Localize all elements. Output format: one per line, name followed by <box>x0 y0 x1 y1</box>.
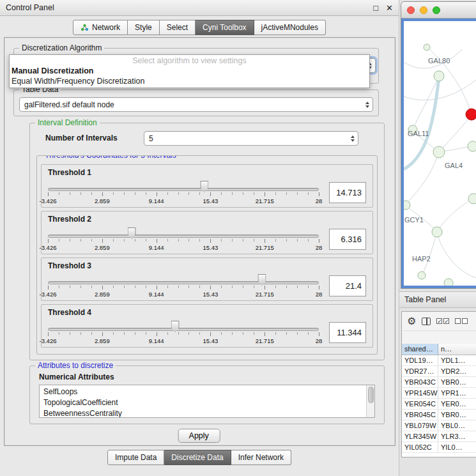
network-nodes[interactable] <box>404 44 476 288</box>
tab-network[interactable]: Network <box>73 20 128 35</box>
number-of-intervals-label: Number of Intervals <box>45 134 118 142</box>
table-row[interactable]: YPR145WYPR1… <box>402 388 476 399</box>
table-panel-title: Table Panel <box>404 295 446 304</box>
table-row[interactable]: YIL052CYIL0… <box>402 442 476 453</box>
highlighted-edge <box>404 77 439 169</box>
threshold-slider[interactable]: -3.4262.8599.14415.4321.71528 <box>48 272 319 299</box>
table-row[interactable]: YBR043CYBR0… <box>402 377 476 388</box>
table-cell: YBR045C <box>402 410 438 420</box>
apply-button[interactable]: Apply <box>178 429 220 443</box>
node-label-gcy1: GCY1 <box>404 216 424 224</box>
group-title: Attributes to discretize <box>35 361 116 370</box>
threshold-slider[interactable]: -3.4262.8599.14415.4321.71528 <box>48 226 319 252</box>
scale-tick-label: -3.426 <box>40 291 57 298</box>
threshold-label: Threshold 3 <box>48 261 366 271</box>
scale-tick-label: -3.426 <box>40 197 57 204</box>
tab-style[interactable]: Style <box>128 20 160 35</box>
table-row[interactable]: YDR27…YDR2… <box>402 366 476 377</box>
column-header[interactable]: n… <box>438 344 476 355</box>
threshold-panel: Threshold 3-3.4262.8599.14415.4321.71528… <box>41 257 373 301</box>
table-cell: YIL052C <box>402 442 438 452</box>
table-cell: YBR043C <box>402 377 438 387</box>
control-panel-titlebar[interactable]: Control Panel □ ✕ <box>0 0 399 16</box>
threshold-label: Threshold 4 <box>48 308 366 318</box>
table-cell: YPR145W <box>402 388 438 398</box>
table-cell: YBL079W <box>402 420 438 431</box>
threshold-value-field[interactable]: 21.4 <box>329 275 366 296</box>
tab-select[interactable]: Select <box>160 20 196 35</box>
threshold-panel: Threshold 4-3.4262.8599.14415.4321.71528… <box>41 304 373 348</box>
control-panel-window: Control Panel □ ✕ NetworkStyleSelectCyni… <box>0 0 399 476</box>
tab-label: Infer Network <box>238 453 284 462</box>
node-label-gal4: GAL4 <box>445 162 463 169</box>
tab-discretize-data[interactable]: Discretize Data <box>164 450 231 465</box>
threshold-label: Threshold 2 <box>48 215 366 224</box>
columns-icon[interactable] <box>422 318 431 325</box>
threshold-value-field[interactable]: 14.713 <box>329 182 366 203</box>
network-view-window: GAL80 GAL11 GAL4 GCY1 HAP2 <box>401 1 476 289</box>
number-of-intervals-combobox[interactable]: 5 <box>144 131 358 146</box>
table-panel-header[interactable]: Table Panel <box>399 291 476 308</box>
threshold-slider[interactable]: -3.4262.8599.14415.4321.71528 <box>48 179 319 206</box>
algorithm-option[interactable]: Equal Width/Frequency Discretization <box>10 76 369 86</box>
combo-arrows-icon <box>365 102 369 108</box>
group-title: Discretization Algorithm <box>19 43 104 52</box>
tab-impute-data[interactable]: Impute Data <box>107 450 164 465</box>
tab-label: Discretize Data <box>171 453 223 462</box>
table-row[interactable]: YER054CYER0… <box>402 399 476 410</box>
tab-cyni-toolbox[interactable]: Cyni Toolbox <box>196 20 254 35</box>
scale-tick-label: 21.715 <box>256 197 274 204</box>
table-cell: YER0… <box>438 399 476 409</box>
threshold-slider[interactable]: -3.4262.8599.14415.4321.71528 <box>48 319 319 346</box>
table-row[interactable]: YBR045CYBR0… <box>402 410 476 420</box>
threshold-value-field[interactable]: 6.316 <box>329 229 366 250</box>
scale-tick-label: 21.715 <box>256 291 274 298</box>
scale-tick-label: 2.859 <box>95 291 110 298</box>
scale-tick-label: 9.144 <box>149 244 164 251</box>
node-table: shared…n… YDL19…YDL1…YDR27…YDR2…YBR043CY… <box>402 344 476 457</box>
tab-label: Network <box>92 23 120 32</box>
table-cell: YBR0… <box>438 410 476 420</box>
column-header[interactable]: shared… <box>402 344 438 355</box>
network-canvas[interactable]: GAL80 GAL11 GAL4 GCY1 HAP2 <box>401 19 476 288</box>
tab-jactivemnodules[interactable]: jActiveMNodules <box>254 20 326 35</box>
scale-tick-label: 9.144 <box>149 337 164 344</box>
select-all-checks-icon[interactable]: ✓ ✓ <box>436 318 449 324</box>
attribute-list-item[interactable]: BetweennessCentrality <box>43 408 374 418</box>
table-row[interactable]: YDL19…YDL1… <box>402 355 476 366</box>
scale-tick-label: 28 <box>316 291 323 298</box>
thresholds-group: Threshold's Coordinates for 5 Intervals … <box>36 155 378 355</box>
unselect-all-checks-icon[interactable] <box>455 318 468 324</box>
dropdown-placeholder-item[interactable]: Select algorithm to view settings <box>10 55 369 66</box>
algorithm-option[interactable]: Manual Discretization <box>10 66 369 76</box>
minimize-traffic-light-icon[interactable] <box>420 6 427 14</box>
table-cell: YPR1… <box>438 388 476 398</box>
selected-network-node[interactable] <box>466 109 476 120</box>
table-data-combobox[interactable]: galFiltered.sif default node <box>19 97 373 112</box>
tab-infer-network[interactable]: Infer Network <box>231 450 291 465</box>
float-window-icon[interactable]: □ <box>373 4 378 12</box>
node-label-hap2: HAP2 <box>412 255 431 263</box>
tab-label: Style <box>135 23 152 32</box>
table-cell: YBL0… <box>438 420 476 431</box>
network-window-titlebar[interactable] <box>401 2 476 19</box>
interval-definition-group: Interval Definition Number of Intervals … <box>29 123 385 360</box>
table-row[interactable]: YBL079WYBL0… <box>402 420 476 431</box>
scrollbar-thumb[interactable] <box>368 387 374 403</box>
attribute-list-item[interactable]: TopologicalCoefficient <box>43 397 374 408</box>
scale-tick-label: 9.144 <box>149 291 164 298</box>
table-cell: YDL19… <box>402 355 438 365</box>
threshold-value-field[interactable]: 11.344 <box>329 322 366 343</box>
group-title: Interval Definition <box>35 118 100 127</box>
attribute-list-item[interactable]: SelfLoops <box>43 387 374 397</box>
threshold-panel: Threshold 1-3.4262.8599.14415.4321.71528… <box>41 164 373 208</box>
network-icon <box>81 24 89 31</box>
close-window-icon[interactable]: ✕ <box>386 4 393 12</box>
list-scrollbar[interactable] <box>366 385 374 417</box>
close-traffic-light-icon[interactable] <box>407 6 415 14</box>
gear-icon[interactable]: ⚙ <box>407 316 416 326</box>
table-row[interactable]: YLR345WYLR3… <box>402 431 476 442</box>
zoom-traffic-light-icon[interactable] <box>433 6 440 14</box>
tab-label: jActiveMNodules <box>261 23 318 32</box>
numerical-attributes-list[interactable]: SelfLoopsTopologicalCoefficientBetweenne… <box>39 385 375 418</box>
